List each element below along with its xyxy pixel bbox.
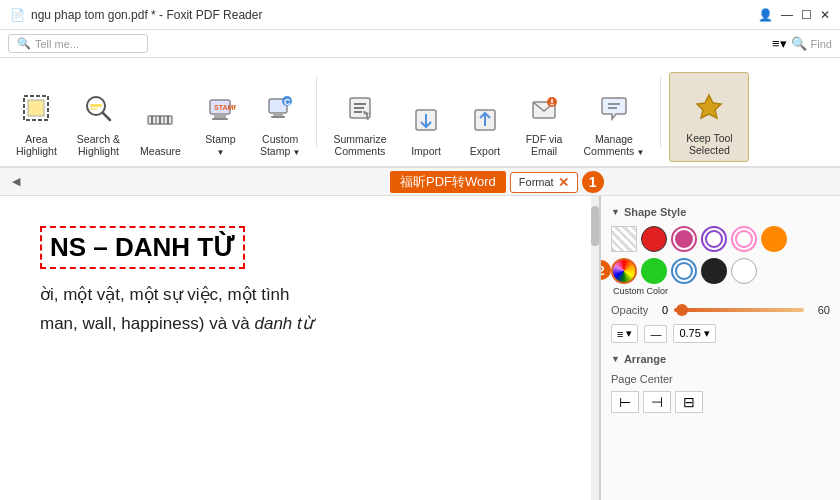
opacity-thumb [676,304,688,316]
svg-rect-13 [214,114,226,118]
stamp-label: Stamp▼ [205,133,235,158]
search-highlight-button[interactable]: Search &Highlight [69,72,128,162]
summarize-comments-button[interactable]: SummarizeComments [325,72,394,162]
sep1 [316,77,317,147]
opacity-slider[interactable] [674,308,804,312]
white-swatch[interactable] [731,258,757,284]
find-label: Find [811,38,832,50]
ribbon: AreaHighlight Search &Highlight Measure … [0,58,840,168]
svg-rect-5 [90,108,98,110]
fdf-email-icon [528,92,560,129]
triangle-icon: ▼ [611,207,620,217]
measure-button[interactable]: Measure [132,72,189,162]
arrange-section: ▼ Arrange Page Center ⊢ ⊣ ⊟ [611,353,830,413]
tell-me-input[interactable]: 🔍 Tell me... [8,34,148,53]
light-pink-swatch[interactable] [731,226,757,252]
opacity-row: Opacity 0 60 [611,304,830,316]
opacity-label: Opacity [611,304,656,316]
orange-swatch[interactable] [761,226,787,252]
doc-title: NS – DANH TỪ [40,226,245,269]
user-icon[interactable]: 👤 [758,8,773,22]
fdf-email-label: FDF viaEmail [526,133,563,158]
arrange-triangle-icon: ▼ [611,354,620,364]
search-icon: 🔍 [17,37,31,50]
custom-color-label: Custom Color [613,286,830,296]
import-label: Import [411,145,441,158]
blue-swatch[interactable] [671,258,697,284]
custom-stamp-label: CustomStamp ▼ [260,133,301,158]
area-highlight-button[interactable]: AreaHighlight [8,72,65,162]
custom-color-swatch[interactable] [611,258,637,284]
arrange-center-button[interactable]: ⊣ [643,391,671,413]
svg-rect-14 [212,118,228,120]
title-text: ngu phap tom gon.pdf * - Foxit PDF Reade… [31,8,262,22]
doc-scrollbar[interactable] [591,196,599,500]
svg-rect-18 [271,116,285,118]
title-bar: 📄 ngu phap tom gon.pdf * - Foxit PDF Rea… [0,0,840,30]
page-center-label: Page Center [611,373,830,385]
format-close-icon[interactable]: ✕ [558,175,569,190]
stamp-button[interactable]: STAMP Stamp▼ [193,72,248,162]
line-style-button[interactable]: ≡ ▾ [611,324,638,343]
export-label: Export [470,145,500,158]
svg-text:STAMP: STAMP [214,104,236,111]
doc-text-2: man, wall, happiness) và và [40,314,255,333]
shape-style-section: ▼ Shape Style [611,206,830,218]
line-solid-button[interactable]: — [644,325,667,343]
format-label: Format [519,176,554,188]
minimize-button[interactable]: — [781,8,793,22]
svg-rect-1 [28,100,44,116]
main-area: NS – DANH TỪ ời, một vật, một sự việc, m… [0,196,840,500]
fdf-email-button[interactable]: FDF viaEmail [517,72,572,162]
custom-stamp-button[interactable]: C CustomStamp ▼ [252,72,309,162]
custom-stamp-icon: C [264,92,296,129]
find-icon[interactable]: 🔍 [791,36,807,51]
area-highlight-icon [20,92,52,129]
nav-bar: ◀ 福昕PDF转Word Format ✕ 1 [0,168,840,196]
doc-paragraph-1: ời, một vật, một sự việc, một tình [40,281,559,310]
export-button[interactable]: Export [458,72,513,162]
pink-swatch[interactable] [671,226,697,252]
chinese-banner: 福昕PDF转Word [390,171,506,193]
doc-paragraph-2: man, wall, happiness) và và danh từ [40,310,559,339]
document-area: NS – DANH TỪ ời, một vật, một sự việc, m… [0,196,600,500]
line-style-dropdown-icon: ▾ [626,327,632,340]
custom-color-icon [611,258,637,284]
right-panel: ▼ Shape Style 2 [600,196,840,500]
arrange-title: ▼ Arrange [611,353,830,365]
search-highlight-label: Search &Highlight [77,133,120,158]
arrange-left-button[interactable]: ⊢ [611,391,639,413]
maximize-button[interactable]: ☐ [801,8,812,22]
import-icon [410,104,442,141]
line-style-row: ≡ ▾ — 0.75 ▾ [611,324,830,343]
no-fill-swatch[interactable] [611,226,637,252]
title-bar-controls[interactable]: 👤 — ☐ ✕ [758,8,830,22]
red-swatch[interactable] [641,226,667,252]
svg-line-3 [103,113,110,120]
color-row-2-wrapper: 2 Custom Color [611,258,830,296]
measure-label: Measure [140,145,181,158]
opacity-max: 60 [810,304,830,316]
thickness-select[interactable]: 0.75 ▾ [673,324,715,343]
keep-tool-selected-button[interactable]: Keep ToolSelected [669,72,749,162]
import-button[interactable]: Import [399,72,454,162]
doc-italic-text: danh từ [255,314,313,333]
black-swatch[interactable] [701,258,727,284]
close-button[interactable]: ✕ [820,8,830,22]
purple-swatch[interactable] [701,226,727,252]
thickness-value: 0.75 [679,327,700,339]
line-solid-icon: — [650,328,661,340]
manage-comments-label: ManageComments ▼ [584,133,645,158]
nav-options-icon[interactable]: ≡▾ [772,36,787,51]
svg-rect-4 [90,104,102,107]
sep2 [660,77,661,147]
svg-text:C: C [284,97,291,107]
format-tag[interactable]: Format ✕ [510,172,578,193]
manage-comments-button[interactable]: ManageComments ▼ [576,72,653,162]
badge-1: 1 [582,171,604,193]
arrange-right-button[interactable]: ⊟ [675,391,703,413]
shape-style-title: Shape Style [624,206,686,218]
color-row-2 [611,258,830,284]
green-swatch[interactable] [641,258,667,284]
back-button[interactable]: ◀ [8,173,24,190]
